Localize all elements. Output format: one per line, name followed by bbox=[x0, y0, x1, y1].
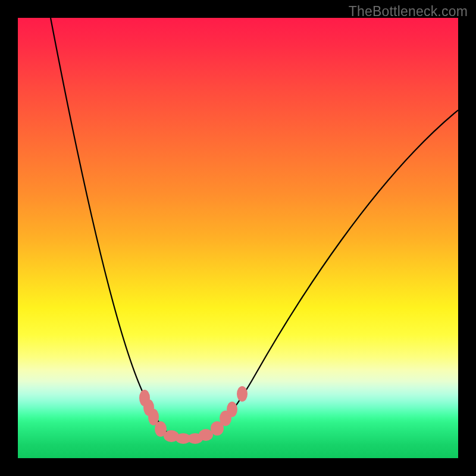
curve-marker bbox=[227, 402, 237, 417]
chart-svg bbox=[18, 18, 458, 458]
marker-group bbox=[139, 386, 248, 444]
watermark-text: TheBottleneck.com bbox=[349, 4, 468, 20]
chart-frame bbox=[18, 18, 458, 458]
bottleneck-curve bbox=[51, 18, 458, 439]
curve-marker bbox=[237, 386, 248, 402]
curve-marker bbox=[199, 429, 213, 441]
